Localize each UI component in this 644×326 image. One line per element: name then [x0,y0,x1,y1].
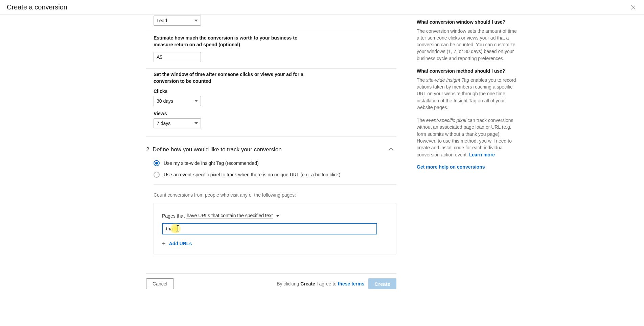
clicks-window-select[interactable]: 30 days [154,96,201,106]
url-pattern-input[interactable] [162,223,377,234]
views-label: Views [154,111,396,116]
radio-icon [154,172,160,178]
modal-title: Create a conversion [7,3,67,11]
radio-insight-tag[interactable]: Use my site-wide Insight Tag (recommende… [154,159,396,170]
radio-icon [154,160,160,166]
cancel-button[interactable]: Cancel [146,278,174,289]
conversion-value-input[interactable] [154,52,201,62]
url-match-type-value: have URLs that contain the specified tex… [186,213,273,219]
learn-more-link[interactable]: Learn more [469,152,495,157]
help-sidebar: What conversion window should I use? The… [417,15,518,289]
clicks-label: Clicks [154,89,396,94]
plus-icon: + [162,241,166,247]
help-text-method-2: The event-specific pixel can track conve… [417,117,518,158]
more-help-link[interactable]: Get more help on conversions [417,164,518,170]
conversion-type-select[interactable]: Lead [154,16,201,26]
divider [154,184,396,185]
conversion-type-value: Lead [157,18,167,23]
pages-prefix: Pages that [162,213,185,219]
url-match-type-select[interactable]: have URLs that contain the specified tex… [186,213,273,219]
agree-text: By clicking Create I agree to these term… [277,281,364,286]
url-match-card: Pages that have URLs that contain the sp… [154,203,396,254]
collapse-toggle[interactable] [388,146,396,153]
estimate-label: Estimate how much the conversion is wort… [154,35,316,48]
chevron-down-icon [194,122,198,124]
add-urls-label: Add URLs [169,241,192,246]
views-window-select[interactable]: 7 days [154,118,201,128]
chevron-down-icon [276,215,279,217]
close-icon[interactable] [629,3,637,11]
main-form: Lead Estimate how much the conversion is… [146,15,396,289]
create-button[interactable]: Create [368,278,396,289]
views-window-value: 7 days [157,121,170,126]
window-label: Set the window of time after someone cli… [154,71,316,84]
radio-insight-tag-label: Use my site-wide Insight Tag (recommende… [164,160,259,166]
help-text-method-1: The site-wide Insight Tag enables you to… [417,77,518,111]
pages-match-row: Pages that have URLs that contain the sp… [162,213,388,219]
help-heading-method: What conversion method should I use? [417,68,518,75]
modal-header: Create a conversion [0,0,644,15]
help-heading-window: What conversion window should I use? [417,19,518,26]
terms-link[interactable]: these terms [338,281,365,286]
count-conversions-label: Count conversions from people who visit … [154,192,396,198]
footer: Cancel By clicking Create I agree to the… [146,274,396,289]
chevron-down-icon [194,20,198,22]
add-urls-button[interactable]: + Add URLs [162,241,388,247]
divider [146,136,396,137]
radio-event-pixel-label: Use an event-specific pixel to track whe… [164,172,340,177]
clicks-window-value: 30 days [157,98,173,104]
chevron-down-icon [194,100,198,102]
radio-event-pixel[interactable]: Use an event-specific pixel to track whe… [154,170,396,182]
help-text-window: The conversion window sets the amount of… [417,28,518,62]
section-2-heading: 2. Define how you would like to track yo… [146,146,282,153]
